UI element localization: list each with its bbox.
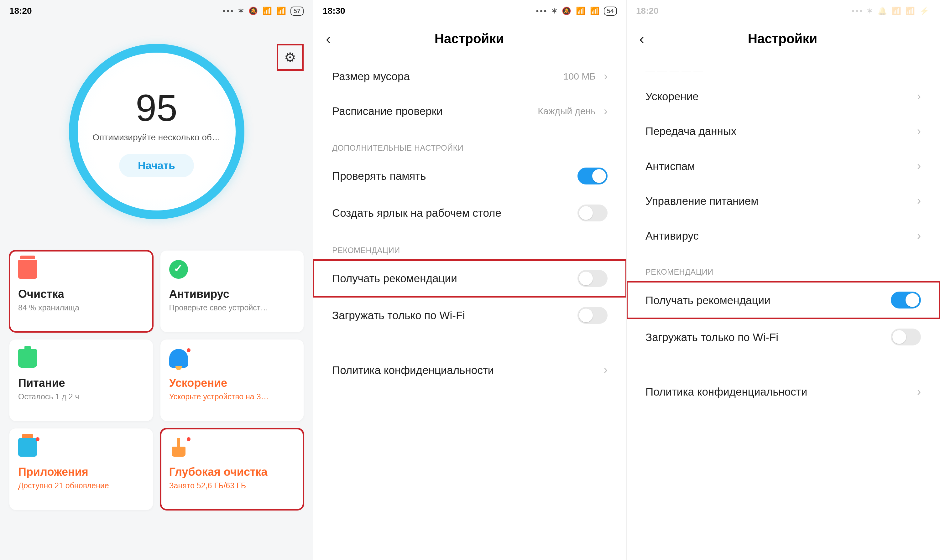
tile-shield[interactable]: АнтивирусПроверьте свое устройст… [160,251,304,332]
section-header-reco: РЕКОМЕНДАЦИИ [627,253,940,282]
settings-row[interactable]: Ускорение› [627,79,940,114]
settings-row-toggle[interactable]: Загружать только по Wi-Fi [627,318,940,355]
row-label: Расписание проверки [332,104,443,118]
tile-subtitle: Ускорьте устройство на 3… [169,392,295,401]
section-header-reco: РЕКОМЕНДАЦИИ [313,231,626,260]
settings-list: Ускорение›Передача данных›Антиспам›Управ… [627,79,940,409]
batt-icon [18,349,37,368]
score-area: 95 Оптимизируйте несколько об… Начать [0,44,313,219]
tiles-grid: Очистка84 % хранилищаАнтивирусПроверьте … [0,251,313,510]
row-label: Передача данных [646,124,737,138]
toggle-knob [579,309,593,322]
gear-icon[interactable]: ⚙ [284,50,296,65]
toggle-switch[interactable] [891,292,921,309]
status-time: 18:20 [636,6,659,16]
header: ‹ Настройки [313,22,626,59]
toggle-switch[interactable] [578,168,607,185]
apps-icon [18,438,37,457]
chevron-right-icon: › [917,229,921,242]
settings-screen-main: 18:20 ••• ✶ 🔔 📶 📶 ⚡ ‹ Настройки — — — — … [627,0,940,560]
toggle-switch[interactable] [578,307,607,324]
toggle-knob [592,169,606,183]
chevron-right-icon: › [917,90,921,103]
rocket-icon [169,349,188,368]
trash-icon [18,260,37,279]
notification-dot-icon [187,437,191,441]
privacy-policy-row[interactable]: Политика конфиденциальности › [627,374,940,409]
row-label: Политика конфиденциальности [646,384,807,399]
row-label: Создать ярлык на рабочем столе [332,205,501,220]
tile-title: Ускорение [169,377,295,389]
row-label: Получать рекомендации [332,271,457,286]
settings-row[interactable]: Антивирус› [627,218,940,253]
score-message: Оптимизируйте несколько об… [92,132,220,143]
broom-icon [169,438,188,457]
settings-row[interactable]: Антиспам› [627,149,940,183]
row-right: › [604,363,607,377]
toggle-switch[interactable] [578,270,607,287]
tile-apps[interactable]: ПриложенияДоступно 21 обновление [9,428,153,510]
tile-subtitle: Доступно 21 обновление [18,481,144,490]
back-icon[interactable]: ‹ [326,31,331,46]
tile-title: Питание [18,377,144,389]
header: ‹ Настройки [627,22,940,59]
faded-previous-row: — — — — — [627,59,940,79]
status-icons: ••• ✶ 🔔 📶 📶 ⚡ [852,6,930,15]
toggle-switch[interactable] [891,329,921,345]
status-time: 18:20 [9,6,32,16]
chevron-right-icon: › [917,125,921,138]
settings-row-toggle[interactable]: Получать рекомендации [313,260,626,297]
status-indicator-icons: ••• ✶ 🔕 📶 📶 [223,6,287,15]
row-right: › [917,194,921,207]
chevron-right-icon: › [604,363,607,377]
row-label: Антиспам [646,159,695,174]
chevron-right-icon: › [917,194,921,207]
settings-gear-highlight: ⚙ [277,44,304,71]
battery-icon: 57 [290,6,304,15]
settings-row-toggle[interactable]: Загружать только по Wi-Fi [313,297,626,334]
tile-subtitle: Проверьте свое устройст… [169,303,295,312]
row-label: Ускорение [646,89,699,104]
settings-list: Размер мусора100 МБ›Расписание проверкиК… [313,59,626,388]
shield-icon [169,260,188,279]
settings-row[interactable]: Расписание проверкиКаждый день› [313,94,626,128]
settings-row-toggle[interactable]: Создать ярлык на рабочем столе [313,194,626,231]
settings-row[interactable]: Передача данных› [627,114,940,148]
score-value: 95 [136,86,177,129]
notification-dot-icon [36,437,40,441]
settings-row[interactable]: Управление питанием› [627,183,940,218]
toggle-switch[interactable] [578,205,607,222]
status-time: 18:30 [323,6,345,16]
tile-subtitle: Занято 52,6 ГБ/63 ГБ [169,481,295,490]
row-right: › [917,229,921,242]
score-circle: 95 Оптимизируйте несколько об… Начать [69,44,244,219]
row-label: Политика конфиденциальности [332,363,494,377]
row-label: Получать рекомендации [646,293,770,308]
tile-title: Очистка [18,288,144,301]
back-icon[interactable]: ‹ [639,31,644,46]
start-button[interactable]: Начать [119,154,194,177]
chevron-right-icon: › [604,70,607,83]
row-value: 100 МБ [563,71,596,82]
settings-screen-cleaner: 18:30 ••• ✶ 🔕 📶 📶 54 ‹ Настройки Размер … [313,0,627,560]
tile-trash[interactable]: Очистка84 % хранилища [9,251,153,332]
battery-icon: 54 [604,6,617,15]
tile-broom[interactable]: Глубокая очисткаЗанято 52,6 ГБ/63 ГБ [160,428,304,510]
settings-row-toggle[interactable]: Проверять память [313,157,626,194]
row-right: › [917,159,921,172]
row-label: Размер мусора [332,69,410,84]
toggle-knob [906,293,919,307]
tile-title: Приложения [18,465,144,478]
tile-title: Антивирус [169,288,295,301]
row-right: › [917,90,921,103]
tile-rocket[interactable]: УскорениеУскорьте устройство на 3… [160,340,304,421]
chevron-right-icon: › [917,385,921,398]
settings-row-toggle[interactable]: Получать рекомендации [627,282,940,318]
privacy-policy-row[interactable]: Политика конфиденциальности › [313,353,626,388]
tile-batt[interactable]: ПитаниеОсталось 1 д 2 ч [9,340,153,421]
row-label: Загружать только по Wi-Fi [332,308,465,323]
row-value: Каждый день [538,106,596,117]
settings-row[interactable]: Размер мусора100 МБ› [313,59,626,94]
status-indicator-icons: ••• ✶ 🔕 📶 📶 [536,6,601,15]
status-bar: 18:30 ••• ✶ 🔕 📶 📶 54 [313,0,626,22]
